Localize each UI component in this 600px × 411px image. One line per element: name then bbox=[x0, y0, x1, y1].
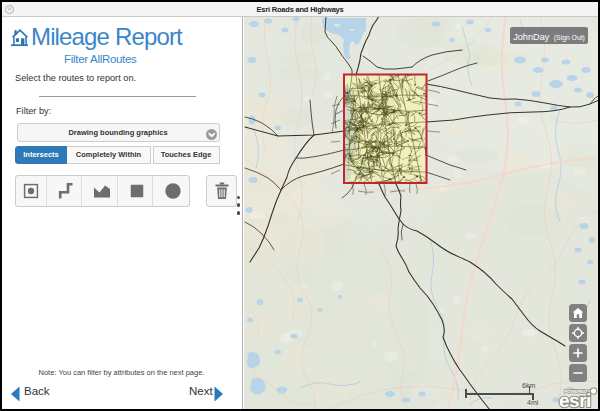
svg-text:esri: esri bbox=[559, 391, 591, 411]
